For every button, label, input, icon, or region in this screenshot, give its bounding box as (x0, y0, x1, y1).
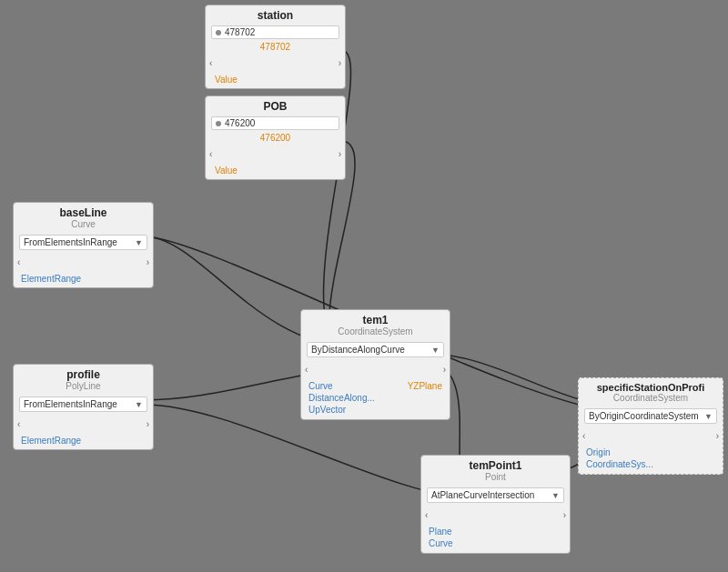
specificstation-subtitle: CoordinateSystem (579, 393, 723, 405)
profile-chevron-right[interactable]: › (147, 419, 149, 429)
station-chevron-right[interactable]: › (339, 58, 341, 68)
pob-input[interactable]: 476200 (211, 116, 339, 130)
tem1-node: tem1 CoordinateSystem ByDistanceAlongCur… (300, 309, 450, 420)
profile-output-label: ElementRange (19, 436, 81, 446)
station-chevron-left[interactable]: ‹ (209, 58, 212, 68)
tem1-port-distancealong: DistanceAlong... (307, 393, 375, 403)
pob-output-value: 476200 (211, 132, 339, 144)
station-node: station 478702 478702 ‹ › Value (205, 5, 346, 89)
pob-node: POB 476200 476200 ‹ › Value (205, 95, 346, 180)
tempoint1-chevron-right[interactable]: › (563, 510, 566, 520)
tempoint1-port-curve: Curve (427, 538, 453, 548)
specificstation-dropdown[interactable]: ByOriginCoordinateSystem ▼ (584, 408, 717, 424)
baseline-chevron-left[interactable]: ‹ (17, 257, 20, 267)
specificstation-port-coordinatesys: CoordinateSys... (584, 459, 653, 469)
tem1-title: tem1 (301, 310, 450, 326)
profile-title: profile (14, 365, 153, 381)
pob-output-label: Value (211, 166, 238, 176)
specificstation-chevron-left[interactable]: ‹ (582, 431, 585, 441)
baseline-chevron-right[interactable]: › (147, 257, 149, 267)
profile-node: profile PolyLine FromElementsInRange ▼ ‹… (13, 364, 154, 450)
tem1-port-yzplane: YZPlane (408, 381, 444, 391)
tem1-subtitle: CoordinateSystem (301, 326, 450, 338)
tempoint1-subtitle: Point (421, 472, 570, 484)
station-output-value: 478702 (211, 41, 339, 53)
baseline-node: baseLine Curve FromElementsInRange ▼ ‹ ›… (13, 202, 154, 288)
profile-chevron-left[interactable]: ‹ (17, 419, 20, 429)
pob-chevron-left[interactable]: ‹ (209, 149, 212, 159)
station-input[interactable]: 478702 (211, 25, 339, 39)
tempoint1-port-plane: Plane (427, 527, 452, 537)
profile-dropdown[interactable]: FromElementsInRange ▼ (19, 396, 147, 412)
tem1-port-upvector: UpVector (307, 405, 346, 415)
specificstation-title: specificStationOnProfi (579, 378, 723, 393)
pob-title: POB (206, 96, 345, 113)
specificstation-node: specificStationOnProfi CoordinateSystem … (578, 377, 723, 475)
tempoint1-dropdown[interactable]: AtPlaneCurveIntersection ▼ (427, 487, 564, 503)
pob-chevron-right[interactable]: › (339, 149, 341, 159)
tem1-port-curve: Curve (307, 381, 333, 391)
tem1-chevron-right[interactable]: › (443, 365, 446, 375)
specificstation-chevron-right[interactable]: › (716, 431, 719, 441)
baseline-subtitle: Curve (14, 219, 153, 231)
tempoint1-node: temPoint1 Point AtPlaneCurveIntersection… (420, 455, 571, 554)
tem1-chevron-left[interactable]: ‹ (305, 365, 308, 375)
tempoint1-chevron-left[interactable]: ‹ (425, 510, 428, 520)
station-title: station (206, 5, 345, 22)
tem1-dropdown[interactable]: ByDistanceAlongCurve ▼ (307, 342, 444, 357)
specificstation-port-origin: Origin (584, 447, 611, 457)
baseline-dropdown[interactable]: FromElementsInRange ▼ (19, 235, 147, 250)
profile-subtitle: PolyLine (14, 381, 153, 393)
tempoint1-title: temPoint1 (421, 456, 570, 472)
baseline-title: baseLine (14, 203, 153, 219)
station-output-label: Value (211, 75, 238, 85)
baseline-output-label: ElementRange (19, 274, 81, 284)
